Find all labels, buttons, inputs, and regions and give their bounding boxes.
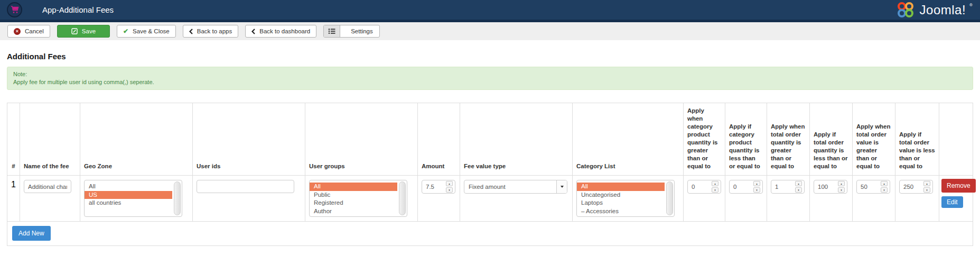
spin-down-icon[interactable]: ▾ — [923, 187, 930, 193]
save-label: Save — [82, 28, 96, 34]
col-header-cat-qty-lte: Apply if category product quantity is le… — [725, 103, 767, 176]
user-group-option[interactable]: Public — [310, 191, 397, 199]
order-qty-gte-stepper[interactable]: ▴ ▾ — [771, 180, 805, 194]
row-index: 1 — [7, 176, 20, 222]
col-header-order-qty-lte: Apply if total order quantity is less th… — [810, 103, 853, 176]
geo-zone-option-selected[interactable]: US — [85, 191, 172, 199]
spin-up-icon[interactable]: ▴ — [795, 181, 802, 186]
table-header-row: # Name of the fee Geo Zone User ids User… — [7, 103, 973, 176]
cancel-icon: × — [14, 28, 21, 35]
amount-stepper[interactable]: ▴ ▾ — [422, 180, 455, 194]
joomla-logo: Joomla!® — [895, 1, 973, 19]
spin-down-icon[interactable]: ▾ — [446, 187, 453, 193]
dropdown-caret-icon[interactable] — [556, 180, 567, 193]
col-header-index: # — [7, 103, 20, 176]
cat-qty-lte-input[interactable] — [730, 184, 753, 190]
spin-up-icon[interactable]: ▴ — [446, 181, 453, 186]
note-line1: Note: — [13, 70, 967, 78]
category-list-multiselect[interactable]: All Uncategorised Laptops – Accessories — [576, 180, 675, 217]
order-qty-lte-input[interactable] — [814, 184, 838, 190]
user-group-option-selected[interactable]: All — [310, 183, 397, 191]
geo-zone-option[interactable]: all countries — [85, 199, 172, 207]
col-header-cat-qty-gte: Apply when category product quantity is … — [684, 103, 725, 176]
col-header-fee-name: Name of the fee — [20, 103, 80, 176]
additional-fees-table: # Name of the fee Geo Zone User ids User… — [7, 103, 973, 246]
scrollbar[interactable] — [666, 181, 673, 215]
section-heading: Additional Fees — [7, 52, 980, 61]
spin-up-icon[interactable]: ▴ — [753, 181, 760, 186]
spin-up-icon[interactable]: ▴ — [838, 181, 845, 186]
chevron-left-icon — [251, 29, 255, 34]
joomla-reg-mark: ® — [969, 3, 973, 7]
col-header-user-ids: User ids — [193, 103, 305, 176]
geo-zone-option[interactable]: All — [85, 183, 172, 191]
col-header-fee-value-type: Fee value type — [460, 103, 573, 176]
spin-down-icon[interactable]: ▾ — [881, 187, 888, 193]
col-header-geo-zone: Geo Zone — [80, 103, 193, 176]
note-line2: Apply fee for multiple user id using com… — [13, 78, 967, 86]
note-box: Note: Apply fee for multiple user id usi… — [7, 67, 973, 90]
save-close-label: Save & Close — [133, 28, 170, 34]
scrollbar[interactable] — [174, 181, 181, 215]
amount-input[interactable] — [422, 184, 446, 190]
col-header-order-value-gte: Apply when total order value is greater … — [853, 103, 895, 176]
remove-button[interactable]: Remove — [941, 179, 976, 193]
col-header-amount: Amount — [418, 103, 460, 176]
fee-value-type-value: Fixed amount — [464, 184, 556, 190]
settings-label: Settings — [344, 28, 379, 34]
order-value-gte-input[interactable] — [857, 184, 881, 190]
settings-button[interactable]: Settings — [323, 25, 380, 38]
col-header-actions — [939, 103, 973, 176]
spin-down-icon[interactable]: ▾ — [712, 187, 718, 193]
spin-up-icon[interactable]: ▴ — [712, 181, 718, 186]
spin-down-icon[interactable]: ▾ — [838, 187, 845, 193]
col-header-user-groups: User groups — [305, 103, 418, 176]
user-group-option[interactable]: Author — [310, 207, 397, 216]
cancel-label: Cancel — [25, 28, 44, 34]
order-value-gte-stepper[interactable]: ▴ ▾ — [856, 180, 890, 194]
chevron-left-icon — [189, 29, 193, 34]
page-title: App-Additional Fees — [42, 0, 114, 20]
spin-up-icon[interactable]: ▴ — [923, 181, 930, 186]
toolbar: × Cancel Save ✔ Save & Close Back to app… — [0, 22, 980, 40]
order-qty-gte-input[interactable] — [771, 184, 795, 190]
save-icon — [71, 28, 78, 34]
scrollbar[interactable] — [399, 181, 406, 215]
order-value-lte-stepper[interactable]: ▴ ▾ — [899, 180, 933, 194]
back-to-dashboard-button[interactable]: Back to dashboard — [245, 25, 316, 38]
list-icon — [324, 25, 340, 37]
user-ids-input[interactable] — [197, 180, 294, 193]
category-option-selected[interactable]: All — [577, 183, 665, 191]
add-new-row: Add New — [7, 222, 973, 246]
category-option[interactable]: Uncategorised — [577, 191, 665, 199]
cancel-button[interactable]: × Cancel — [7, 25, 50, 38]
cat-qty-gte-input[interactable] — [688, 184, 712, 190]
cart-icon — [7, 2, 22, 17]
edit-button[interactable]: Edit — [941, 196, 963, 208]
col-header-order-qty-gte: Apply when total order quantity is great… — [767, 103, 810, 176]
category-option[interactable]: – Accessories — [577, 207, 665, 216]
check-icon: ✔ — [123, 28, 128, 35]
save-close-button[interactable]: ✔ Save & Close — [117, 25, 176, 38]
back-to-apps-button[interactable]: Back to apps — [183, 25, 238, 38]
category-option[interactable]: Laptops — [577, 199, 665, 207]
add-new-button[interactable]: Add New — [12, 226, 51, 241]
spin-down-icon[interactable]: ▾ — [795, 187, 802, 193]
user-group-option[interactable]: Registered — [310, 199, 397, 207]
order-qty-lte-stepper[interactable]: ▴ ▾ — [814, 180, 847, 194]
geo-zone-multiselect[interactable]: All US all countries — [84, 180, 182, 217]
top-navbar: App-Additional Fees Joomla!® — [0, 0, 980, 20]
fee-value-type-select[interactable]: Fixed amount — [464, 180, 567, 194]
cat-qty-gte-stepper[interactable]: ▴ ▾ — [687, 180, 721, 194]
col-header-category-list: Category List — [573, 103, 684, 176]
spin-down-icon[interactable]: ▾ — [753, 187, 760, 193]
spin-up-icon[interactable]: ▴ — [881, 181, 888, 186]
fee-row: 1 All US all countries All Public Regist… — [7, 176, 973, 222]
order-value-lte-input[interactable] — [900, 184, 923, 190]
fee-name-input[interactable] — [24, 180, 71, 193]
cat-qty-lte-stepper[interactable]: ▴ ▾ — [729, 180, 763, 194]
joomla-logo-text: Joomla! — [920, 3, 966, 17]
back-to-apps-label: Back to apps — [197, 28, 232, 34]
save-button[interactable]: Save — [57, 25, 110, 38]
user-groups-multiselect[interactable]: All Public Registered Author — [309, 180, 407, 217]
